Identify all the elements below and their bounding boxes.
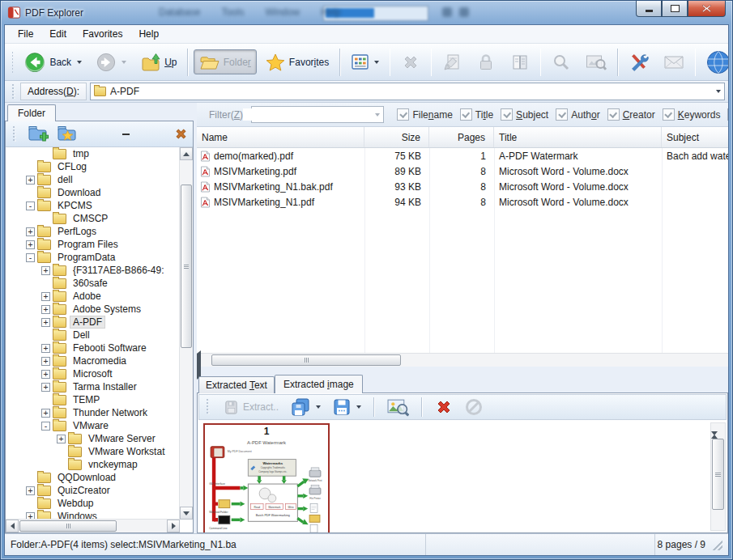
scroll-up-arrow[interactable] bbox=[180, 147, 193, 160]
edit-properties-button[interactable] bbox=[437, 49, 467, 76]
tree-item[interactable]: Download bbox=[6, 186, 180, 199]
tree-item-label[interactable]: Adobe Systems bbox=[70, 303, 143, 315]
copy-dropdown-caret[interactable] bbox=[316, 405, 321, 409]
tree-item[interactable]: CMSCP bbox=[6, 212, 180, 225]
expand-toggle[interactable] bbox=[41, 150, 50, 159]
tree-item-label[interactable]: Febooti Software bbox=[70, 342, 149, 354]
preview-vertical-scrollbar[interactable] bbox=[710, 422, 726, 531]
tree-item-label[interactable]: vnckeymap bbox=[86, 459, 140, 470]
filter-input[interactable] bbox=[243, 108, 373, 121]
expand-toggle[interactable]: + bbox=[41, 409, 50, 418]
back-button[interactable]: Back bbox=[19, 48, 87, 77]
tree-item-label[interactable]: Macromedia bbox=[70, 355, 129, 367]
tree-item-label[interactable]: VMware Workstat bbox=[86, 446, 167, 457]
delete-button[interactable] bbox=[395, 49, 426, 76]
tree-item-label[interactable]: QQDownload bbox=[55, 472, 118, 483]
tree-item[interactable]: + Febooti Software bbox=[6, 342, 180, 354]
up-button[interactable]: Up bbox=[135, 49, 182, 76]
expand-toggle[interactable]: + bbox=[57, 435, 66, 443]
expand-toggle[interactable]: + bbox=[41, 292, 50, 301]
expand-toggle[interactable]: + bbox=[41, 305, 50, 314]
tree-item[interactable]: - KPCMS bbox=[6, 199, 180, 212]
favorites-button[interactable]: Favorites bbox=[260, 49, 335, 75]
save-dropdown-caret[interactable] bbox=[356, 405, 361, 409]
favorite-folder-button[interactable] bbox=[55, 125, 79, 144]
tab-extracted-image[interactable]: Extracted image bbox=[275, 375, 363, 393]
checkbox-checked-icon[interactable] bbox=[727, 108, 728, 121]
tree-item-label[interactable]: CMSCP bbox=[70, 213, 110, 224]
expand-toggle[interactable]: + bbox=[41, 370, 50, 379]
back-dropdown-caret[interactable] bbox=[77, 61, 82, 64]
tree-item-label[interactable]: QuizCreator bbox=[55, 485, 113, 496]
tree-item[interactable]: + Microsoft bbox=[6, 367, 180, 380]
file-row[interactable]: MSIVMarketing_N1.pdf 94 KB 8 Microsoft W… bbox=[197, 194, 728, 210]
expand-toggle[interactable]: + bbox=[26, 240, 35, 249]
tree-item[interactable]: VMware Workstat bbox=[6, 445, 180, 458]
close-button[interactable] bbox=[688, 1, 726, 17]
expand-toggle[interactable]: + bbox=[41, 344, 50, 353]
addressbar-grip[interactable] bbox=[12, 84, 16, 99]
tree-item[interactable]: + Thunder Network bbox=[6, 406, 180, 419]
filter-checkbox[interactable]: Title bbox=[460, 108, 493, 121]
checkbox-checked-icon[interactable] bbox=[607, 108, 620, 121]
expand-toggle[interactable] bbox=[41, 214, 50, 223]
folder-view-button[interactable]: Folder bbox=[194, 49, 257, 74]
scroll-down-arrow[interactable] bbox=[180, 507, 193, 520]
panel-toolbar-grip[interactable] bbox=[13, 126, 17, 142]
tree-item-label[interactable]: Thunder Network bbox=[70, 407, 150, 418]
menu-item[interactable]: Edit bbox=[41, 27, 75, 41]
pages-view-button[interactable] bbox=[505, 49, 535, 76]
checkbox-checked-icon[interactable] bbox=[397, 108, 409, 121]
settings-button[interactable] bbox=[624, 49, 654, 76]
filter-checkbox[interactable]: Author bbox=[556, 108, 599, 121]
expand-toggle[interactable]: - bbox=[41, 422, 50, 431]
minimize-button[interactable] bbox=[636, 1, 662, 17]
web-home-button[interactable] bbox=[701, 46, 729, 78]
tree-item[interactable]: + Program Files bbox=[6, 238, 180, 251]
tree-vertical-scrollbar[interactable] bbox=[179, 147, 193, 520]
filter-checkbox[interactable]: Keywords bbox=[663, 108, 721, 121]
expand-toggle[interactable]: + bbox=[26, 176, 35, 185]
extracted-page-thumbnail[interactable]: 1 A-PDF Watermark My PDF Document bbox=[203, 423, 330, 532]
tree-item[interactable]: + QuizCreator bbox=[6, 484, 180, 497]
expand-toggle[interactable]: + bbox=[26, 486, 35, 495]
tree-item-label[interactable]: VMware Server bbox=[86, 433, 158, 444]
expand-toggle[interactable]: + bbox=[41, 357, 50, 366]
scroll-right-arrow[interactable] bbox=[167, 520, 180, 532]
tree-item[interactable]: + dell bbox=[6, 173, 180, 186]
resize-grip[interactable] bbox=[712, 540, 722, 550]
scroll-thumb[interactable] bbox=[712, 439, 724, 510]
tree-item-label[interactable]: ProgramData bbox=[55, 252, 117, 263]
file-row[interactable]: MSIVMarketing_N1.bak.pdf 93 KB 8 Microso… bbox=[197, 179, 728, 194]
view-mode-button[interactable] bbox=[346, 50, 385, 74]
tree-item[interactable]: Webdup bbox=[6, 497, 180, 510]
file-row[interactable]: demo(marked).pdf 75 KB 1 A-PDF Watermark… bbox=[197, 148, 728, 163]
expand-toggle[interactable] bbox=[57, 460, 66, 469]
checkbox-checked-icon[interactable] bbox=[460, 108, 472, 121]
tree-item-label[interactable]: Tarma Installer bbox=[70, 381, 139, 392]
tree-item[interactable]: - VMware bbox=[6, 419, 180, 432]
expand-toggle[interactable]: + bbox=[41, 266, 50, 275]
filter-checkbox[interactable]: Creator bbox=[607, 108, 655, 121]
scroll-thumb[interactable] bbox=[19, 520, 117, 532]
filter-checkbox[interactable]: Subject bbox=[501, 108, 548, 121]
menu-item[interactable]: Help bbox=[130, 27, 167, 41]
expand-toggle[interactable]: - bbox=[26, 202, 35, 210]
tree-item-label[interactable]: dell bbox=[55, 174, 75, 185]
tree-item-label[interactable]: A-PDF bbox=[70, 316, 104, 328]
tree-item[interactable]: + {F3117AE8-B866-49: bbox=[6, 264, 180, 277]
expand-toggle[interactable]: + bbox=[41, 318, 50, 327]
save-image-button[interactable] bbox=[330, 397, 364, 418]
tree-item-label[interactable]: Dell bbox=[70, 329, 92, 341]
tree-item[interactable]: - ProgramData bbox=[6, 251, 180, 264]
address-field[interactable]: A-PDF bbox=[90, 83, 725, 100]
tree-item-label[interactable]: {F3117AE8-B866-49: bbox=[70, 265, 167, 276]
tree-item[interactable]: + A-PDF bbox=[6, 316, 180, 329]
security-button[interactable] bbox=[471, 49, 501, 76]
collapse-panel-button[interactable] bbox=[118, 125, 133, 144]
search-image-button[interactable] bbox=[580, 49, 612, 76]
tree-item-label[interactable]: tmp bbox=[70, 148, 92, 159]
expand-toggle[interactable]: - bbox=[26, 253, 35, 262]
expand-toggle[interactable] bbox=[26, 499, 35, 508]
cancel-button[interactable] bbox=[462, 397, 486, 418]
